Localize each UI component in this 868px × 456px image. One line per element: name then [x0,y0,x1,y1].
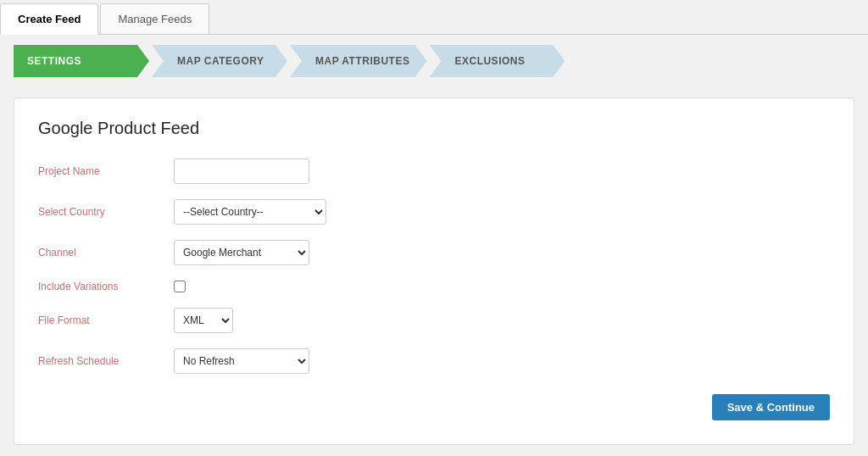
save-continue-button[interactable]: Save & Continue [712,394,830,420]
label-select-country: Select Country [38,206,174,218]
form-actions: Save & Continue [38,394,830,420]
select-refresh-schedule[interactable]: No Refresh Hourly Daily Weekly [174,348,309,374]
field-row-channel: Channel Google Merchant Facebook Amazon … [38,240,830,265]
label-project-name: Project Name [38,165,174,177]
step-settings[interactable]: SETTINGS [14,45,149,77]
field-row-refresh-schedule: Refresh Schedule No Refresh Hourly Daily… [38,348,830,374]
label-channel: Channel [38,247,174,259]
tab-manage-feeds[interactable]: Manage Feeds [100,3,209,34]
steps-bar: SETTINGS MAP CATEGORY MAP ATTRIBUTES EXC… [0,35,868,87]
form-title: Google Product Feed [38,119,830,138]
tab-create-feed[interactable]: Create Feed [0,3,98,35]
checkbox-include-variations[interactable] [174,281,186,292]
input-project-name[interactable] [174,158,309,184]
checkbox-wrap-variations [174,281,186,292]
field-row-project-name: Project Name [38,158,830,184]
select-file-format[interactable]: XML CSV TSV [174,308,233,333]
step-map-attributes[interactable]: MAP ATTRIBUTES [290,45,426,77]
label-file-format: File Format [38,314,174,326]
content-area: Google Product Feed Project Name Select … [14,97,854,445]
app-wrapper: Create Feed Manage Feeds SETTINGS MAP CA… [0,0,868,456]
field-row-file-format: File Format XML CSV TSV [38,308,830,333]
field-row-include-variations: Include Variations [38,281,830,292]
tab-bar: Create Feed Manage Feeds [0,0,868,35]
label-include-variations: Include Variations [38,281,174,292]
select-country[interactable]: --Select Country-- United States United … [174,199,326,225]
step-exclusions[interactable]: EXCLUSIONS [429,45,565,77]
step-map-category[interactable]: MAP CATEGORY [152,45,287,77]
field-row-select-country: Select Country --Select Country-- United… [38,199,830,225]
label-refresh-schedule: Refresh Schedule [38,355,174,367]
select-channel[interactable]: Google Merchant Facebook Amazon eBay [174,240,309,265]
